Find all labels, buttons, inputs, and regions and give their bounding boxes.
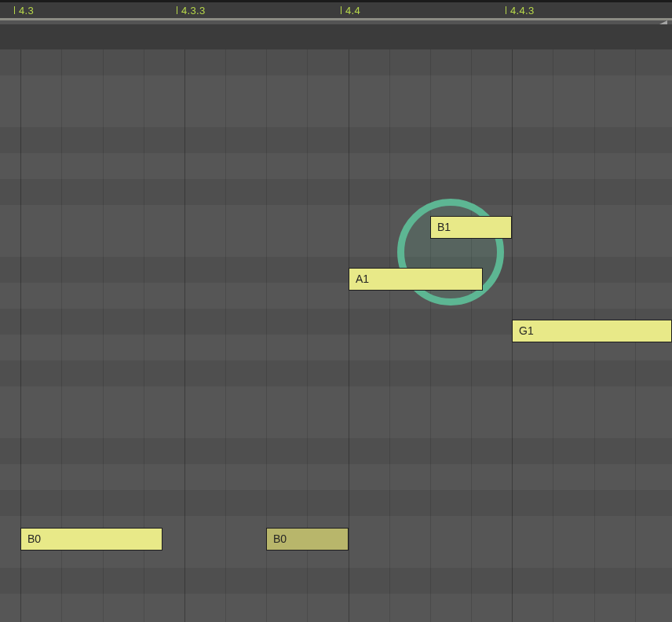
piano-row[interactable]: [0, 438, 672, 464]
piano-row[interactable]: [0, 127, 672, 153]
piano-row[interactable]: [0, 101, 672, 127]
clip-header-band: [0, 24, 672, 50]
ruler-tick[interactable]: 4.4: [341, 2, 360, 18]
piano-row[interactable]: [0, 49, 672, 75]
ruler-label: 4.4.3: [510, 5, 534, 16]
ruler-tick[interactable]: 4.4.3: [506, 2, 534, 18]
grid-line: [225, 49, 226, 622]
grid-line: [184, 49, 185, 622]
piano-row[interactable]: [0, 257, 672, 283]
note-label: G1: [519, 324, 534, 337]
piano-row[interactable]: [0, 594, 672, 620]
ruler-label: 4.3: [19, 5, 34, 16]
note-label: B1: [437, 221, 451, 233]
piano-row[interactable]: [0, 360, 672, 386]
piano-row[interactable]: [0, 75, 672, 101]
ruler-label: 4.3.3: [181, 5, 205, 16]
piano-row[interactable]: [0, 490, 672, 516]
grid-line: [430, 49, 431, 622]
midi-note[interactable]: A1: [349, 268, 483, 291]
grid-line: [471, 49, 472, 622]
piano-row[interactable]: [0, 464, 672, 490]
grid-line: [349, 49, 349, 622]
piano-row[interactable]: [0, 283, 672, 309]
piano-row[interactable]: [0, 205, 672, 231]
piano-row[interactable]: [0, 153, 672, 179]
piano-row[interactable]: [0, 231, 672, 257]
note-label: A1: [356, 273, 369, 285]
note-label: B0: [27, 532, 41, 545]
midi-note[interactable]: B0: [266, 528, 349, 551]
note-label: B0: [273, 532, 287, 545]
ruler-tick[interactable]: 4.3.3: [177, 2, 205, 18]
piano-row[interactable]: [0, 412, 672, 438]
midi-note[interactable]: B1: [430, 216, 512, 239]
timeline-ruler[interactable]: 4.3 4.3.3 4.4 4.4.3: [0, 2, 672, 19]
piano-row[interactable]: [0, 568, 672, 594]
ruler-label: 4.4: [345, 5, 360, 16]
midi-note[interactable]: G1: [512, 320, 672, 342]
grid-line: [389, 49, 390, 622]
ruler-tick[interactable]: 4.3: [14, 2, 34, 18]
piano-row[interactable]: [0, 386, 672, 412]
midi-note[interactable]: B0: [20, 528, 163, 551]
piano-row[interactable]: [0, 179, 672, 205]
